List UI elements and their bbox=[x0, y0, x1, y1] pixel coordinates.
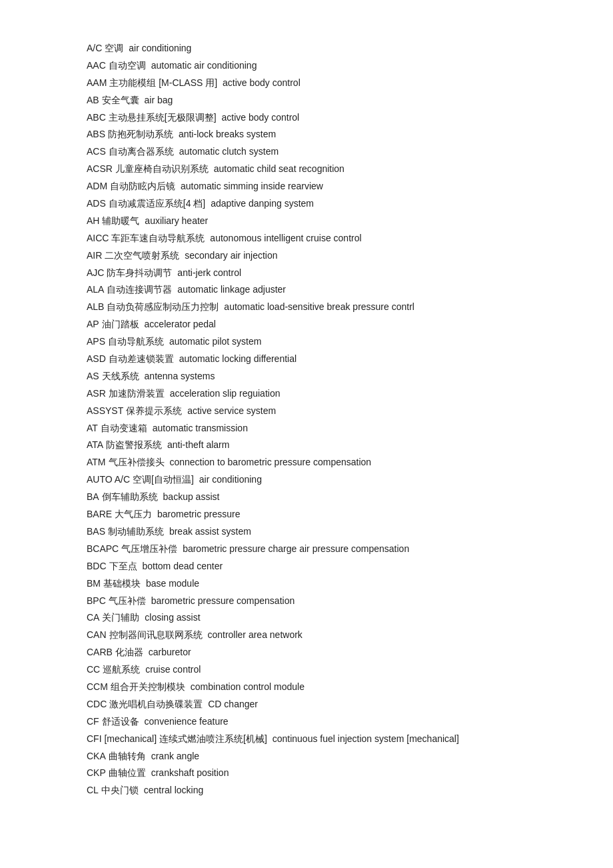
term-chinese: 自动空调 bbox=[109, 60, 146, 71]
term-english: automatic transmission bbox=[153, 423, 248, 433]
term-english: barometric pressure bbox=[157, 509, 241, 519]
term-abbr: BDC bbox=[87, 561, 107, 571]
term-chinese: 车距车速自动导航系统 bbox=[111, 233, 205, 243]
term-abbr: CKA bbox=[87, 751, 106, 761]
list-item: ACSR儿童座椅自动识别系统 automatic child seat reco… bbox=[87, 161, 526, 178]
list-item: BM基础模块 base module bbox=[87, 575, 526, 593]
term-english: air conditioning bbox=[199, 474, 262, 485]
term-chinese: 倒车辅助系统 bbox=[102, 491, 158, 502]
term-abbr: AB bbox=[87, 95, 99, 105]
list-item: AT自动变速箱 automatic transmission bbox=[87, 420, 526, 437]
term-abbr: CL bbox=[87, 785, 99, 795]
term-chinese: 防抱死制动系统 bbox=[108, 129, 173, 139]
term-chinese: 自动差速锁装置 bbox=[109, 353, 174, 364]
term-abbr: BARE bbox=[87, 509, 112, 519]
term-english: central locking bbox=[144, 785, 204, 795]
term-english: accelerator pedal bbox=[145, 319, 216, 329]
term-abbr: AIR bbox=[87, 250, 102, 261]
term-english: secondary air injection bbox=[185, 250, 277, 261]
term-english: closing assist bbox=[145, 612, 200, 623]
list-item: AUTO A/C空调[自动恒温] air conditioning bbox=[87, 471, 526, 489]
list-item: AICC车距车速自动导航系统 autonomous intelligent cr… bbox=[87, 230, 526, 247]
term-english: automatic load-sensitive break pressure … bbox=[224, 301, 414, 312]
term-chinese: 自动防眩内后镜 bbox=[110, 181, 175, 191]
list-item: CL中央门锁 central locking bbox=[87, 782, 526, 799]
term-english: bottom dead center bbox=[142, 561, 223, 571]
term-abbr: AP bbox=[87, 319, 99, 329]
list-item: BPC气压补偿 barometric pressure compensation bbox=[87, 593, 526, 610]
term-abbr: CFI [mechanical] bbox=[87, 733, 157, 744]
list-item: AJC防车身抖动调节 anti-jerk control bbox=[87, 265, 526, 282]
term-chinese: 巡航系统 bbox=[103, 664, 140, 675]
term-abbr: AJC bbox=[87, 267, 104, 278]
list-item: CF舒适设备 convenience feature bbox=[87, 713, 526, 731]
term-list: A/C空调 air conditioningAAC自动空调 automatic … bbox=[87, 40, 526, 799]
list-item: CCM组合开关控制模块 combination control module bbox=[87, 679, 526, 696]
term-chinese: 下至点 bbox=[109, 561, 137, 571]
term-english: backup assist bbox=[163, 491, 220, 502]
term-abbr: AAM bbox=[87, 77, 107, 88]
term-abbr: ASD bbox=[87, 353, 106, 364]
term-chinese: 二次空气喷射系统 bbox=[105, 250, 179, 261]
list-item: ABS防抱死制动系统 anti-lock breaks system bbox=[87, 126, 526, 143]
term-abbr: BAS bbox=[87, 526, 105, 537]
term-english: air conditioning bbox=[129, 43, 191, 53]
list-item: CA关门辅助 closing assist bbox=[87, 609, 526, 627]
term-abbr: BM bbox=[87, 578, 101, 589]
term-abbr: BCAPC bbox=[87, 543, 119, 554]
term-abbr: APS bbox=[87, 336, 105, 347]
term-abbr: CKP bbox=[87, 767, 106, 778]
term-chinese: 大气压力 bbox=[115, 509, 152, 519]
term-chinese: 连续式燃油喷注系统[机械] bbox=[159, 733, 267, 744]
list-item: ASSYST保养提示系统 active service system bbox=[87, 403, 526, 420]
term-chinese: 空调[自动恒温] bbox=[133, 474, 194, 485]
list-item: BA倒车辅助系统 backup assist bbox=[87, 489, 526, 506]
term-english: automatic clutch system bbox=[179, 146, 279, 157]
list-item: AAM主功能模组 [M-CLASS 用] active body control bbox=[87, 75, 526, 92]
list-item: ATA防盗警报系统 anti-theft alarm bbox=[87, 437, 526, 454]
list-item: CKA曲轴转角 crank angle bbox=[87, 748, 526, 765]
term-english: automatic locking differential bbox=[179, 353, 297, 364]
list-item: CDC激光唱机自动换碟装置 CD changer bbox=[87, 696, 526, 713]
term-chinese: 保养提示系统 bbox=[126, 405, 182, 416]
term-chinese: 自动导航系统 bbox=[108, 336, 164, 347]
list-item: BARE大气压力 barometric pressure bbox=[87, 506, 526, 523]
term-abbr: ACS bbox=[87, 146, 106, 157]
term-english: active service system bbox=[187, 405, 276, 416]
term-abbr: ATA bbox=[87, 439, 103, 450]
term-abbr: CF bbox=[87, 716, 99, 727]
term-abbr: BPC bbox=[87, 595, 106, 606]
term-chinese: 天线系统 bbox=[102, 371, 139, 381]
term-english: antenna systems bbox=[145, 371, 215, 381]
term-abbr: ATM bbox=[87, 457, 106, 467]
term-abbr: ACSR bbox=[87, 163, 113, 174]
term-english: active body control bbox=[221, 112, 299, 123]
term-abbr: CC bbox=[87, 664, 100, 675]
term-chinese: 自动离合器系统 bbox=[109, 146, 174, 157]
term-chinese: 控制器间讯息联网系统 bbox=[109, 629, 203, 640]
term-abbr: CCM bbox=[87, 681, 108, 692]
term-english: acceleration slip reguiation bbox=[170, 388, 281, 399]
term-english: barometric pressure compensation bbox=[151, 595, 295, 606]
term-abbr: CAN bbox=[87, 629, 107, 640]
list-item: AAC自动空调 automatic air conditioning bbox=[87, 57, 526, 75]
term-chinese: 自动变速箱 bbox=[101, 423, 147, 433]
list-item: A/C空调 air conditioning bbox=[87, 40, 526, 57]
term-abbr: CA bbox=[87, 612, 99, 623]
term-abbr: AT bbox=[87, 423, 98, 433]
list-item: AS天线系统 antenna systems bbox=[87, 368, 526, 385]
term-chinese: 曲轴转角 bbox=[109, 751, 146, 761]
term-chinese: 防盗警报系统 bbox=[106, 439, 162, 450]
term-english: air bag bbox=[145, 95, 173, 105]
list-item: BDC下至点 bottom dead center bbox=[87, 558, 526, 575]
term-chinese: 主动悬挂系统[无极限调整] bbox=[109, 112, 217, 123]
term-chinese: 防车身抖动调节 bbox=[107, 267, 172, 278]
list-item: ASD自动差速锁装置 automatic locking differentia… bbox=[87, 351, 526, 368]
term-chinese: 安全气囊 bbox=[102, 95, 139, 105]
term-chinese: 油门踏板 bbox=[102, 319, 139, 329]
term-chinese: 自动负荷感应制动压力控制 bbox=[107, 301, 219, 312]
term-abbr: A/C bbox=[87, 43, 102, 53]
term-chinese: 激光唱机自动换碟装置 bbox=[109, 699, 203, 709]
term-abbr: AH bbox=[87, 215, 99, 226]
list-item: ALA自动连接调节器 automatic linkage adjuster bbox=[87, 281, 526, 299]
